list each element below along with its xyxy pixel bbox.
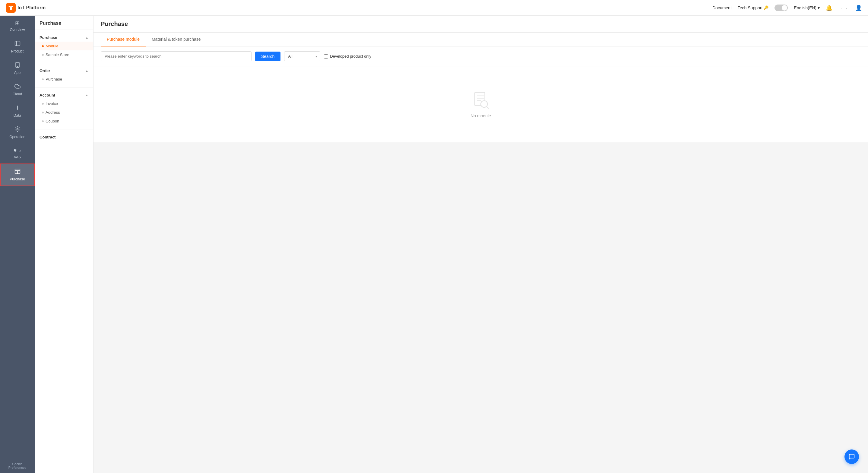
category-dropdown[interactable]: All — [284, 51, 320, 61]
purchase-icon — [14, 168, 21, 176]
main-content: Purchase Purchase module Material & toke… — [93, 16, 868, 473]
tuya-logo-icon — [6, 3, 16, 13]
sidebar-item-cloud[interactable]: Cloud — [0, 79, 35, 100]
toggle-knob — [782, 5, 787, 10]
logo-text: IoT Platform — [18, 5, 45, 10]
sub-item-invoice[interactable]: Invoice — [35, 99, 93, 108]
order-section-header[interactable]: Order ▲ — [35, 67, 93, 75]
sidebar-item-overview[interactable]: ⊞ Overview — [0, 16, 35, 36]
product-icon — [14, 40, 21, 48]
developed-product-checkbox[interactable] — [324, 54, 328, 59]
sub-item-coupon[interactable]: Coupon — [35, 117, 93, 125]
sidebar-item-data[interactable]: Data — [0, 100, 35, 122]
sidebar-label-product: Product — [11, 49, 24, 53]
sidebar-item-vas[interactable]: ♥ ↗ VAS — [0, 143, 35, 164]
search-button[interactable]: Search — [255, 52, 280, 61]
sub-sidebar-title: Purchase — [35, 16, 93, 30]
sidebar-label-operation: Operation — [9, 135, 25, 139]
dropdown-wrap: All ▾ — [284, 51, 320, 61]
sub-item-address[interactable]: Address — [35, 108, 93, 117]
app-icon — [14, 62, 21, 69]
sub-item-module[interactable]: Module — [35, 41, 93, 50]
sub-sidebar: Purchase Purchase ▲ Module Sample Store … — [35, 16, 93, 473]
address-dot — [42, 112, 44, 113]
header-left: IoT Platform — [6, 3, 45, 13]
tech-support-icon: 🔑 — [764, 5, 769, 10]
sidebar-item-purchase[interactable]: Purchase — [0, 164, 35, 186]
sidebar-item-operation[interactable]: Operation — [0, 122, 35, 143]
theme-toggle[interactable] — [775, 4, 788, 11]
document-link[interactable]: Document — [712, 5, 732, 10]
main-container: ⊞ Overview Product App — [0, 16, 868, 473]
empty-state: No module — [93, 66, 868, 142]
svg-rect-0 — [10, 7, 12, 10]
account-section-header[interactable]: Account ▲ — [35, 91, 93, 99]
tuya-logo[interactable]: IoT Platform — [6, 3, 45, 13]
cloud-icon — [14, 83, 21, 91]
content-body: Purchase module Material & token purchas… — [93, 33, 868, 142]
svg-rect-1 — [15, 41, 20, 46]
sidebar-label-purchase: Purchase — [10, 177, 25, 181]
sub-item-purchase-order[interactable]: Purchase — [35, 75, 93, 84]
contract-section: Contract — [35, 129, 93, 145]
user-avatar-icon[interactable]: 👤 — [855, 4, 862, 11]
notification-icon[interactable]: 🔔 — [826, 4, 832, 11]
svg-point-8 — [17, 128, 18, 130]
account-chevron-icon: ▲ — [85, 93, 88, 97]
sidebar-label-cloud: Cloud — [13, 92, 22, 96]
empty-state-text: No module — [470, 113, 491, 118]
cookie-preferences[interactable]: Cookie Preferences — [0, 459, 35, 473]
module-dot — [42, 45, 44, 47]
page-title: Purchase — [101, 21, 861, 27]
search-input[interactable] — [101, 51, 251, 61]
invoice-dot — [42, 103, 44, 105]
empty-state-icon — [471, 90, 490, 110]
tech-support-link[interactable]: Tech Support 🔑 — [738, 5, 769, 10]
overview-icon: ⊞ — [15, 20, 20, 27]
header: IoT Platform Document Tech Support 🔑 Eng… — [0, 0, 868, 16]
search-input-wrap — [101, 51, 251, 61]
apps-icon[interactable]: ⋮⋮ — [838, 4, 849, 11]
chat-button[interactable] — [844, 449, 859, 464]
sidebar: ⊞ Overview Product App — [0, 16, 35, 473]
vas-icon: ♥ ↗ — [13, 148, 22, 154]
contract-section-header[interactable]: Contract — [35, 133, 93, 141]
purchase-chevron-icon: ▲ — [85, 36, 88, 39]
tab-purchase-module[interactable]: Purchase module — [101, 33, 146, 47]
developed-product-checkbox-label[interactable]: Developed product only — [324, 54, 371, 59]
svg-line-17 — [487, 107, 488, 108]
purchase-section-header[interactable]: Purchase ▲ — [35, 33, 93, 41]
tab-material-token[interactable]: Material & token purchase — [146, 33, 207, 47]
coupon-dot — [42, 120, 44, 122]
purchase-section: Purchase ▲ Module Sample Store — [35, 30, 93, 63]
content-header: Purchase — [93, 16, 868, 33]
sidebar-label-app: App — [14, 70, 21, 75]
sidebar-item-app[interactable]: App — [0, 58, 35, 79]
sidebar-label-data: Data — [13, 113, 21, 118]
order-section: Order ▲ Purchase — [35, 63, 93, 87]
sidebar-label-overview: Overview — [10, 28, 25, 32]
sidebar-item-product[interactable]: Product — [0, 36, 35, 58]
order-chevron-icon: ▲ — [85, 69, 88, 72]
sub-item-sample-store[interactable]: Sample Store — [35, 50, 93, 59]
purchase-order-dot — [42, 79, 44, 80]
sidebar-label-vas: VAS — [14, 155, 21, 159]
language-selector[interactable]: English(EN) ▾ — [794, 5, 820, 10]
tabs-container: Purchase module Material & token purchas… — [93, 33, 868, 47]
language-arrow-icon: ▾ — [818, 5, 820, 10]
operation-icon — [14, 126, 21, 134]
header-right: Document Tech Support 🔑 English(EN) ▾ 🔔 … — [712, 4, 862, 11]
account-section: Account ▲ Invoice Address Coupon — [35, 87, 93, 129]
filter-bar: Search All ▾ Developed product only — [93, 47, 868, 66]
sample-store-dot — [42, 54, 44, 56]
data-icon — [14, 105, 21, 112]
